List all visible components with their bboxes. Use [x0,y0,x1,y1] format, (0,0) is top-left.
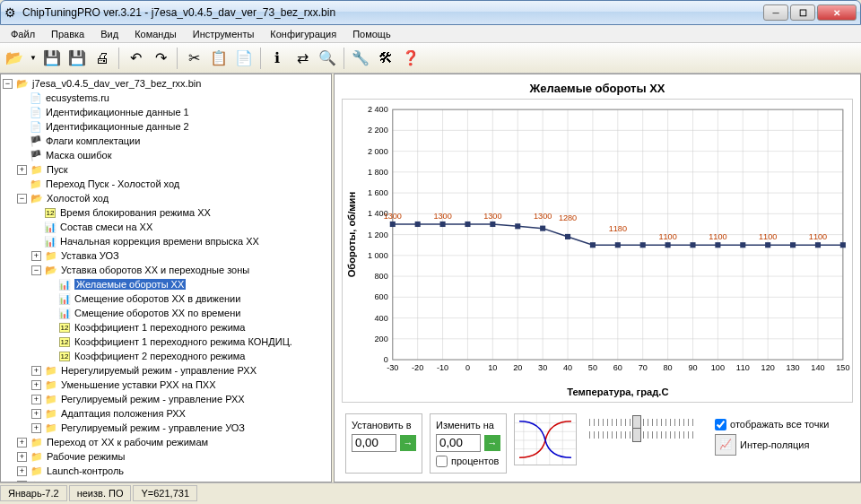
svg-text:1 000: 1 000 [368,251,388,260]
expander-icon[interactable]: + [17,466,27,476]
tree-item[interactable]: 📁Переход Пуск - Холостой ход [3,177,329,191]
minimize-button[interactable]: ─ [763,4,788,21]
compare-button[interactable]: ⇄ [291,48,313,69]
tree-item[interactable]: −📂Уставка оборотов ХХ и переходные зоны [3,263,329,277]
tree-item[interactable]: +📁Адаптация положения РХХ [3,406,329,421]
status-ecu: Январь-7.2 [0,485,67,501]
tree-item[interactable]: 📊Желаемые обороты ХХ [3,277,329,291]
slider-1[interactable] [589,419,697,426]
chart-icon: 📊 [57,291,72,306]
print-button[interactable]: 🖨 [91,48,113,69]
expander-icon[interactable]: + [31,409,41,419]
svg-rect-69 [490,222,495,227]
svg-text:100: 100 [711,363,725,372]
tree-item-label: Маска ошибок [46,150,111,161]
info-button[interactable]: ℹ [266,48,288,69]
svg-text:1300: 1300 [384,212,402,221]
svg-text:50: 50 [588,363,597,372]
expander-icon[interactable]: + [31,395,41,404]
open-dropdown[interactable]: ▼ [29,48,38,69]
tree-item[interactable]: −📂Холостой ход [3,191,329,205]
tree-panel[interactable]: −📂j7esa_v0.4.5_dav_ver_73_bez_rxx.bin📄ec… [0,74,332,482]
svg-text:1300: 1300 [433,212,451,221]
menu-commands[interactable]: Команды [127,27,184,41]
svg-text:1 800: 1 800 [368,168,388,177]
expander-icon[interactable]: + [17,481,27,483]
tree-item[interactable]: 12Коэффициент 2 переходного режима [3,349,329,363]
tree-item[interactable]: +📁Отключение топливоподачи [3,478,329,482]
redo-button[interactable]: ↷ [150,48,171,69]
search-button[interactable]: 🔍 [317,48,338,69]
tree-item[interactable]: +📁Launch-контроль [3,464,329,478]
tree-item[interactable]: 🏴Флаги комплектации [3,134,329,148]
expander-icon[interactable]: + [31,366,41,376]
percent-checkbox[interactable] [436,456,448,467]
chart-area[interactable]: 02004006008001 0001 2001 4001 6001 8002 … [342,99,853,403]
tree-item[interactable]: +📁Нерегулируемый режим - управление РХХ [3,363,329,378]
app-icon: ⚙ [4,5,19,20]
svg-text:1100: 1100 [658,232,676,241]
interp-button[interactable]: 📈 [715,434,736,456]
expander-icon[interactable]: + [17,452,27,462]
menu-tools[interactable]: Инструменты [186,27,262,41]
save-button[interactable]: 💾 [41,48,63,69]
open-button[interactable]: 📂 [4,48,25,69]
tree-item[interactable]: +📁Уставка УОЗ [3,248,329,263]
expander-icon[interactable]: + [31,251,41,261]
copy-button[interactable]: 📋 [208,48,230,69]
svg-text:-10: -10 [437,363,448,372]
tree-item[interactable]: +📁Регулируемый режим - управление УОЗ [3,421,329,435]
expander-icon[interactable]: − [31,265,41,275]
menu-edit[interactable]: Правка [44,27,91,41]
expander-icon[interactable]: + [31,423,41,433]
menu-help[interactable]: Помощь [345,27,398,41]
maximize-button[interactable]: ☐ [790,4,815,21]
set-go-button[interactable]: → [400,435,416,451]
paste-button[interactable]: 📄 [233,48,255,69]
save-as-button[interactable]: 💾 [66,48,88,69]
tree-item[interactable]: 🏴Маска ошибок [3,148,329,162]
tool2-button[interactable]: 🛠 [375,48,396,69]
help-button[interactable]: ❓ [400,48,422,69]
tree-item[interactable]: +📁Переход от ХХ к рабочим режимам [3,435,329,449]
mini-chart[interactable] [514,413,577,465]
tree-item[interactable]: 📄Идентификационные данные 1 [3,105,329,119]
menu-file[interactable]: Файл [4,27,42,41]
expander-icon[interactable]: − [17,194,27,204]
menu-config[interactable]: Конфигурация [263,27,344,41]
show-all-checkbox[interactable] [715,419,726,430]
tree-item[interactable]: 📊Состав смеси на ХХ [3,220,329,234]
tree-item[interactable]: 12Время блокирования режима ХХ [3,205,329,220]
expander-icon[interactable]: − [3,79,13,89]
tree-item[interactable]: +📁Рабочие режимы [3,449,329,464]
tree-item[interactable]: +📁Регулируемый режим - управление РХХ [3,392,329,406]
expander-icon[interactable]: + [17,438,27,448]
tree-item-label: Флаги комплектации [46,135,140,146]
tree-item[interactable]: 📊Смещение оборотов ХХ в движении [3,291,329,306]
change-input[interactable] [436,434,481,452]
tree-item[interactable]: 📊Смещение оборотов ХХ по времени [3,306,329,320]
slider-2[interactable] [589,431,697,439]
controls-row: Установить в → Изменить на → процентов [342,410,853,477]
tree-item[interactable]: 📊Начальная коррекция времени впрыска ХХ [3,234,329,248]
value-icon: 12 [43,205,57,220]
tree-item[interactable]: 📄ecusystems.ru [3,91,329,105]
expander-icon[interactable]: + [17,165,27,175]
menu-view[interactable]: Вид [93,27,126,41]
tree-item[interactable]: 12Коэффициент 1 переходного режима КОНДИ… [3,335,329,349]
set-input[interactable] [352,434,396,452]
undo-button[interactable]: ↶ [125,48,146,69]
tree-item[interactable]: −📂j7esa_v0.4.5_dav_ver_73_bez_rxx.bin [3,76,329,91]
svg-text:2 000: 2 000 [368,147,388,156]
expander-icon[interactable]: + [31,380,41,390]
change-go-button[interactable]: → [484,435,500,451]
tree-item[interactable]: +📁Уменьшение уставки РХХ на ПХХ [3,378,329,392]
tree-item[interactable]: +📁Пуск [3,162,329,177]
tree-item[interactable]: 12Коэффициент 1 переходного режима [3,320,329,335]
cut-button[interactable]: ✂ [183,48,204,69]
close-button[interactable]: ✕ [817,4,857,21]
tree-item[interactable]: 📄Идентификационные данные 2 [3,119,329,134]
tree-item-label: Регулируемый режим - управление РХХ [61,394,245,404]
svg-text:600: 600 [375,292,388,301]
tool1-button[interactable]: 🔧 [350,48,371,69]
